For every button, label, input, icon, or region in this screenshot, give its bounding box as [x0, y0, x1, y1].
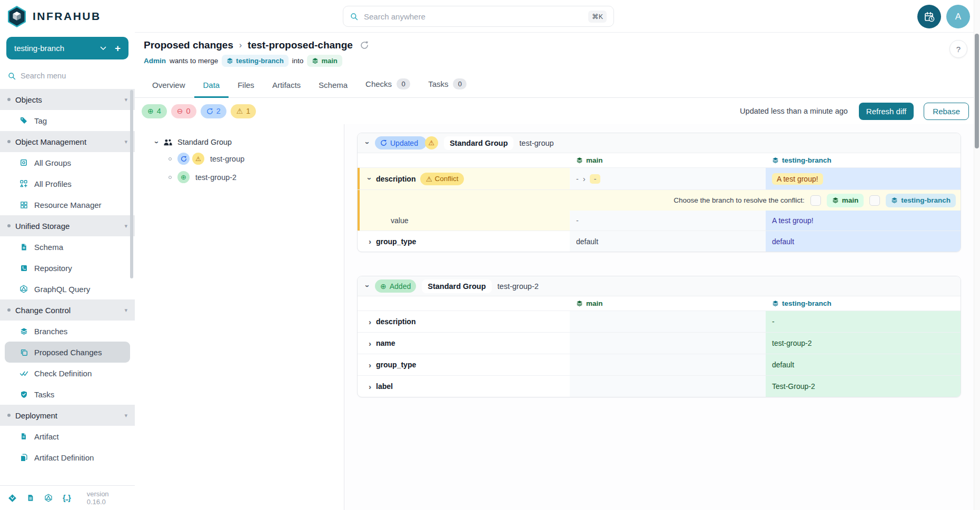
nav-section-object-management[interactable]: Object Management ▾ [0, 131, 135, 152]
shield-check-icon [19, 391, 28, 398]
chevron-down-icon: › [366, 177, 374, 180]
chevron-down-icon: › [364, 142, 372, 144]
tab-label: Tasks [428, 79, 448, 88]
explorer-diamond-icon[interactable] [8, 494, 17, 503]
chevron-right-icon: › [369, 339, 371, 347]
sidebar-item-all-groups[interactable]: All Groups [0, 152, 135, 173]
nav-item-label: Check Definition [34, 369, 92, 378]
sidebar-search [0, 68, 135, 84]
graphql-icon [19, 285, 28, 293]
swagger-braces-icon[interactable]: {..} [63, 494, 71, 502]
people-icon [163, 138, 173, 146]
row-name[interactable]: › name test-group-2 [358, 332, 961, 354]
help-button[interactable]: ? [949, 40, 967, 58]
sidebar-footer: {..} version 0.16.0 [0, 485, 135, 510]
resolve-main-badge[interactable]: main [827, 194, 864, 207]
diff-card-header[interactable]: › Updated ⚠ Standard Group test-group [358, 133, 961, 153]
sidebar-item-resource-manager[interactable]: Resource Manager [0, 194, 135, 215]
global-search[interactable]: ⌘K [343, 6, 614, 27]
tabs: Overview Data Files Artifacts Schema Che… [135, 73, 980, 98]
sidebar-item-artifact-definition[interactable]: Artifact Definition [0, 447, 135, 468]
proposed-changes-icon [19, 348, 28, 356]
sidebar-search-input[interactable] [21, 72, 127, 80]
search-icon [8, 72, 16, 80]
tab-data[interactable]: Data [194, 81, 229, 98]
infrahub-app: INFRAHUB testing-branch + Objects ▾ [0, 0, 980, 510]
caret-down-icon: ▾ [124, 307, 127, 314]
page-scrollbar-thumb[interactable] [975, 34, 979, 148]
tab-files[interactable]: Files [229, 81, 263, 98]
object-type-badge: Standard Group [422, 279, 491, 293]
diff-content: › Standard Group ⚠ test-group [135, 124, 980, 510]
diff-tree-panel: › Standard Group ⚠ test-group [135, 124, 344, 510]
resolve-main-checkbox[interactable] [810, 195, 821, 206]
calendar-clock-icon [924, 11, 935, 23]
resolve-branch-badge[interactable]: testing-branch [886, 194, 956, 207]
avatar[interactable]: A [946, 5, 970, 28]
graphql-sandbox-icon[interactable] [44, 494, 53, 502]
tree-bullet-icon [169, 176, 172, 179]
nav-section-objects[interactable]: Objects ▾ [0, 89, 135, 110]
add-branch-button[interactable]: + [115, 43, 121, 54]
nav-item-label: Repository [34, 264, 72, 273]
row-description[interactable]: › description ⚠ Conflict - › - [358, 167, 961, 189]
sidebar-item-schema[interactable]: Schema [0, 236, 135, 257]
nav-section-deployment[interactable]: Deployment ▾ [0, 405, 135, 426]
branch-column-header: testing-branch [766, 153, 961, 167]
refresh-icon[interactable] [360, 41, 369, 50]
tab-tasks[interactable]: Tasks0 [419, 78, 476, 98]
tab-checks[interactable]: Checks0 [357, 78, 419, 98]
tab-overview[interactable]: Overview [143, 81, 194, 98]
nav-item-label: Branches [34, 327, 67, 336]
nav-item-label: Tasks [34, 390, 54, 399]
sidebar-item-graphql-query[interactable]: GraphQL Query [0, 278, 135, 299]
page-scrollbar [974, 0, 980, 510]
schema-file-icon [19, 243, 28, 251]
sidebar-scrollbar-thumb[interactable] [130, 90, 133, 278]
sidebar-item-branches[interactable]: Branches [0, 321, 135, 342]
chevron-right-icon: › [369, 237, 371, 245]
avatar-initial: A [955, 12, 961, 22]
sidebar-item-tag[interactable]: Tag [0, 110, 135, 131]
row-group-type[interactable]: › group_type default [358, 354, 961, 375]
main-area: ⌘K A Proposed changes › test-proposed-ch… [135, 0, 980, 510]
sidebar-item-artifact[interactable]: Artifact [0, 426, 135, 447]
tree-node-standard-group[interactable]: › Standard Group [156, 138, 344, 146]
global-search-input[interactable] [364, 12, 582, 21]
tab-artifacts[interactable]: Artifacts [263, 81, 310, 98]
tree-node-test-group-2[interactable]: ⊕ test-group-2 [169, 171, 344, 183]
tab-label: Data [203, 81, 220, 89]
resolve-branch-checkbox[interactable] [869, 195, 880, 206]
nav-section-change-control[interactable]: Change Control ▾ [0, 299, 135, 321]
nav-section-unified-storage[interactable]: Unified Storage ▾ [0, 215, 135, 236]
branch-selector[interactable]: testing-branch + [6, 37, 128, 59]
tab-schema[interactable]: Schema [310, 81, 357, 98]
row-group-type[interactable]: › group_type default default [358, 231, 961, 252]
rebase-button[interactable]: Rebase [924, 103, 969, 120]
scheduler-button[interactable] [917, 5, 941, 28]
merge-author[interactable]: Admin [144, 57, 166, 65]
refresh-diff-button[interactable]: Refresh diff [859, 103, 914, 120]
added-count-badge: ⊕ 4 [142, 104, 167, 118]
sidebar-item-check-definition[interactable]: Check Definition [0, 363, 135, 384]
repository-icon [19, 264, 28, 272]
bullet-icon [7, 224, 11, 227]
docs-icon[interactable] [27, 494, 34, 502]
tree-node-test-group[interactable]: ⚠ test-group [169, 153, 344, 165]
chevron-right-icon: › [583, 175, 586, 183]
attribute-name: description [376, 317, 415, 326]
row-label[interactable]: › label Test-Group-2 [358, 375, 961, 397]
sidebar-item-repository[interactable]: Repository [0, 257, 135, 278]
diff-table-header: main testing-branch [358, 296, 961, 311]
row-description[interactable]: › description - [358, 311, 961, 332]
attribute-name: description [376, 175, 415, 183]
sidebar-item-all-profiles[interactable]: All Profiles [0, 173, 135, 194]
breadcrumb-parent[interactable]: Proposed changes [144, 39, 233, 51]
diff-card-header[interactable]: › ⊕ Added Standard Group test-group-2 [358, 276, 961, 296]
sidebar-item-tasks[interactable]: Tasks [0, 384, 135, 405]
main-column-header: main [570, 153, 766, 167]
resolve-text: Choose the branch to resolve the conflic… [674, 196, 804, 204]
sidebar-item-proposed-changes[interactable]: Proposed Changes [5, 342, 130, 363]
logo[interactable]: INFRAHUB [0, 0, 135, 33]
shortcut-badge: ⌘K [588, 11, 607, 23]
